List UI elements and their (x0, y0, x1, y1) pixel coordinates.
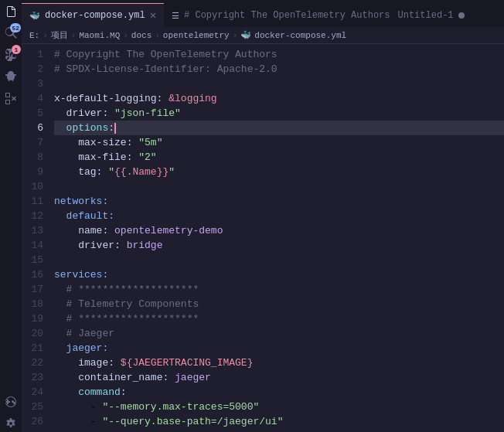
ln-17: 17 (22, 282, 51, 297)
ln-8: 8 (22, 150, 51, 165)
ln-20: 20 (22, 326, 51, 341)
tab-untitled-label: # Copyright The OpenTelemetry Authors (184, 10, 390, 21)
activity-files-icon[interactable] (2, 3, 19, 20)
tab-bar: 🐳 docker-compose.yml ✕ ☰ # Copyright The… (22, 0, 504, 27)
activity-extensions-icon[interactable] (2, 90, 19, 107)
breadcrumb-filename: docker-compose.yml (254, 31, 346, 40)
tab-untitled[interactable]: ☰ # Copyright The OpenTelemetry Authors … (164, 3, 472, 27)
code-line-6: options: (54, 121, 504, 135)
activity-search-icon[interactable]: 52 (2, 25, 19, 42)
file-tab-icon: ☰ (172, 11, 179, 21)
activity-remote-icon[interactable] (2, 393, 19, 410)
tab-docker-close[interactable]: ✕ (150, 10, 156, 21)
code-line-5: driver: "json-file" (54, 106, 504, 121)
tab-untitled-sublabel: Untitled-1 (398, 10, 454, 21)
code-line-24: command: (54, 385, 504, 400)
code-line-10 (54, 179, 504, 194)
breadcrumb-opentelemetry: opentelemetry (163, 31, 230, 40)
code-line-3 (54, 77, 504, 91)
code-content[interactable]: # Copyright The OpenTelemetry Authors # … (51, 44, 504, 432)
ln-21: 21 (22, 341, 51, 355)
ln-19: 19 (22, 311, 51, 326)
ln-3: 3 (22, 77, 51, 91)
code-line-22: image: ${JAEGERTRACING_IMAGE} (54, 355, 504, 370)
activity-git-icon[interactable]: 1 (2, 46, 19, 63)
code-line-2: # SPDX-License-Identifier: Apache-2.0 (54, 62, 504, 77)
breadcrumb: E: › 项目 › Maomi.MQ › docs › opentelemetr… (22, 27, 504, 44)
ln-16: 16 (22, 267, 51, 282)
line-numbers: 1 2 3 4 5 6 7 8 9 10 11 12 13 14 15 16 1… (22, 44, 51, 432)
code-line-12: default: (54, 209, 504, 223)
ln-23: 23 (22, 370, 51, 385)
ln-2: 2 (22, 62, 51, 77)
activity-debug-icon[interactable] (2, 68, 19, 85)
ln-13: 13 (22, 223, 51, 238)
code-line-1: # Copyright The OpenTelemetry Authors (54, 47, 504, 62)
breadcrumb-project: 项目 (51, 29, 68, 41)
breadcrumb-docs: docs (131, 31, 152, 40)
ln-12: 12 (22, 209, 51, 223)
code-line-15 (54, 253, 504, 267)
breadcrumb-docker-icon: 🐳 (240, 30, 251, 40)
ln-22: 22 (22, 355, 51, 370)
code-line-25: - "--memory.max-traces=5000" (54, 400, 504, 414)
activity-bar: 52 1 (0, 0, 22, 432)
ln-24: 24 (22, 385, 51, 400)
tab-docker-label: docker-compose.yml (45, 10, 145, 21)
code-line-4: x-default-logging: &logging (54, 91, 504, 106)
main-content: 🐳 docker-compose.yml ✕ ☰ # Copyright The… (22, 0, 504, 432)
ln-26: 26 (22, 414, 51, 429)
ln-15: 15 (22, 253, 51, 267)
ln-25: 25 (22, 400, 51, 414)
code-line-26: - "--query.base-path=/jaeger/ui" (54, 414, 504, 429)
breadcrumb-maomi: Maomi.MQ (79, 31, 120, 40)
ln-9: 9 (22, 165, 51, 179)
code-line-18: # Telemetry Components (54, 297, 504, 311)
ln-14: 14 (22, 238, 51, 253)
code-line-20: # Jaeger (54, 326, 504, 341)
code-line-16: services: (54, 267, 504, 282)
tab-modified-dot (458, 12, 465, 19)
ln-7: 7 (22, 135, 51, 150)
code-line-7: max-size: "5m" (54, 135, 504, 150)
breadcrumb-drive: E: (29, 31, 39, 40)
docker-tab-icon: 🐳 (29, 11, 40, 21)
code-line-13: name: opentelemetry-demo (54, 223, 504, 238)
code-line-17: # ******************** (54, 282, 504, 297)
ln-18: 18 (22, 297, 51, 311)
ln-11: 11 (22, 194, 51, 209)
code-line-11: networks: (54, 194, 504, 209)
tab-docker-compose[interactable]: 🐳 docker-compose.yml ✕ (22, 3, 164, 27)
code-line-8: max-file: "2" (54, 150, 504, 165)
code-line-9: tag: "{{.Name}}" (54, 165, 504, 179)
code-line-23: container_name: jaeger (54, 370, 504, 385)
ln-10: 10 (22, 179, 51, 194)
ln-1: 1 (22, 47, 51, 62)
git-badge: 1 (12, 45, 21, 54)
ln-5: 5 (22, 106, 51, 121)
code-line-21: jaeger: (54, 341, 504, 355)
code-line-19: # ******************** (54, 311, 504, 326)
activity-gear-icon[interactable] (2, 415, 19, 432)
search-badge: 52 (10, 23, 21, 32)
ln-6: 6 (22, 121, 51, 135)
code-line-14: driver: bridge (54, 238, 504, 253)
ln-4: 4 (22, 91, 51, 106)
editor-area[interactable]: 1 2 3 4 5 6 7 8 9 10 11 12 13 14 15 16 1… (22, 44, 504, 432)
